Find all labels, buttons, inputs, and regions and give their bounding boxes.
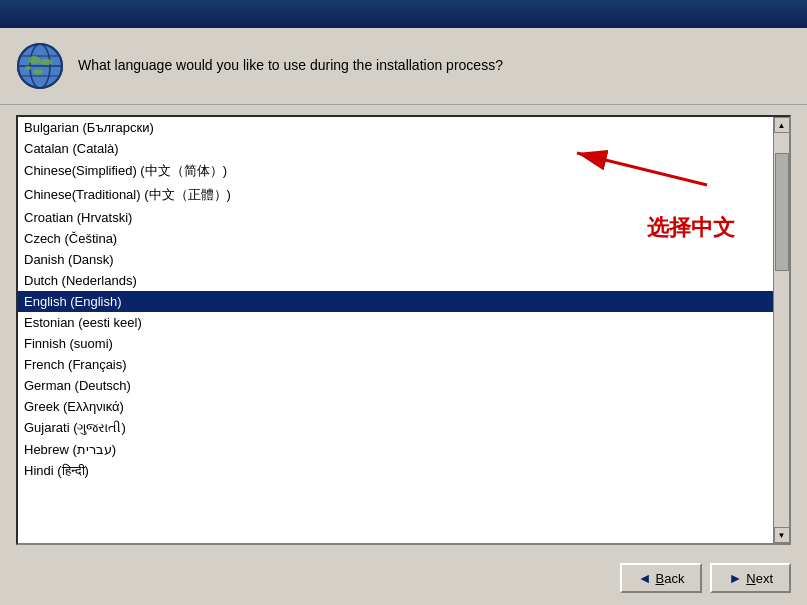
list-item[interactable]: English (English) (18, 291, 773, 312)
list-item[interactable]: Catalan (Català) (18, 138, 773, 159)
back-label: Back (656, 571, 685, 586)
installer-window: What language would you like to use duri… (0, 0, 807, 605)
list-item[interactable]: German (Deutsch) (18, 375, 773, 396)
next-label: Next (746, 571, 773, 586)
svg-point-6 (28, 56, 40, 64)
title-bar (0, 0, 807, 28)
list-item[interactable]: Croatian (Hrvatski) (18, 207, 773, 228)
header-section: What language would you like to use duri… (0, 28, 807, 105)
scrollbar-track-area (774, 133, 789, 527)
content-area: Bulgarian (Български)Catalan (Català)Chi… (0, 105, 807, 555)
back-button[interactable]: ◄ Back (620, 563, 703, 593)
list-item[interactable]: Bulgarian (Български) (18, 117, 773, 138)
list-item[interactable]: Greek (Ελληνικά) (18, 396, 773, 417)
scroll-up-button[interactable]: ▲ (774, 117, 790, 133)
list-item[interactable]: Estonian (eesti keel) (18, 312, 773, 333)
header-question: What language would you like to use duri… (78, 56, 503, 76)
list-item[interactable]: Chinese(Traditional) (中文（正體）) (18, 183, 773, 207)
list-item[interactable]: Hindi (हिन्दी) (18, 460, 773, 482)
globe-icon (16, 42, 64, 90)
svg-point-8 (33, 69, 43, 75)
back-arrow-icon: ◄ (638, 570, 652, 586)
list-item[interactable]: Gujarati (ગુજરાતી) (18, 417, 773, 439)
list-item[interactable]: Dutch (Nederlands) (18, 270, 773, 291)
list-item[interactable]: Danish (Dansk) (18, 249, 773, 270)
list-item[interactable]: Finnish (suomi) (18, 333, 773, 354)
footer-section: ◄ Back ► Next (0, 555, 807, 605)
language-list[interactable]: Bulgarian (Български)Catalan (Català)Chi… (18, 117, 773, 543)
list-item[interactable]: Czech (Čeština) (18, 228, 773, 249)
list-item[interactable]: Chinese(Simplified) (中文（简体）) (18, 159, 773, 183)
scroll-down-button[interactable]: ▼ (774, 527, 790, 543)
language-list-container: Bulgarian (Български)Catalan (Català)Chi… (16, 115, 791, 545)
svg-point-9 (25, 66, 31, 70)
svg-point-7 (39, 59, 53, 65)
next-button[interactable]: ► Next (710, 563, 791, 593)
scrollbar-thumb[interactable] (775, 153, 789, 271)
next-arrow-icon: ► (728, 570, 742, 586)
list-item[interactable]: Hebrew (עברית) (18, 439, 773, 460)
list-item[interactable]: French (Français) (18, 354, 773, 375)
scrollbar[interactable]: ▲ ▼ (773, 117, 789, 543)
